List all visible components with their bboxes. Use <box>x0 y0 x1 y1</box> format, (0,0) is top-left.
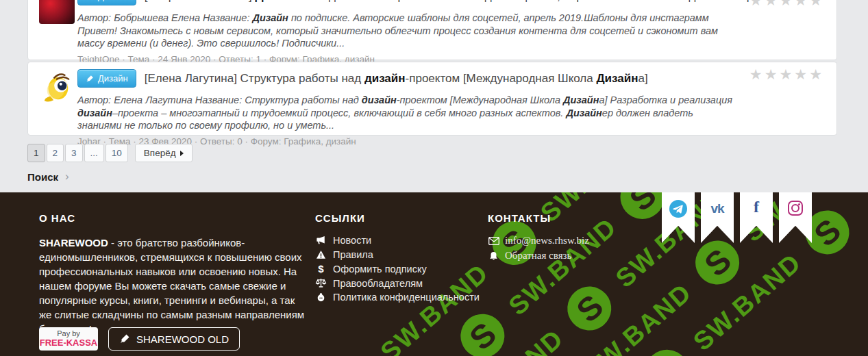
footer-link-label: Новости <box>333 235 371 246</box>
arrow-right-icon <box>180 151 184 156</box>
warning-icon <box>315 250 327 259</box>
brand-name: SHAREWOOD <box>39 237 108 249</box>
footer-about-section: О НАС SHAREWOOD - это братство разбойник… <box>39 212 308 336</box>
freekassa-payment-button[interactable]: Pay by FREE-KASSA <box>39 327 98 351</box>
thread-snippet: Автор: Бобрышева Елена Название: Дизайн … <box>77 12 736 50</box>
thread-card: Дизайн [Елена Лагутина] Структура работы… <box>27 62 837 136</box>
page-button-3[interactable]: 3 <box>65 144 83 162</box>
brush-icon <box>119 333 130 344</box>
footer-link-label: Правила <box>333 249 373 260</box>
freekassa-payby-label: Pay by <box>39 329 98 338</box>
watermark-logo: S <box>686 231 748 293</box>
thread-title[interactable]: [Бобрышева Елена] Дизайн по подписке: Ав… <box>145 0 776 3</box>
megaphone-icon <box>315 236 327 245</box>
telegram-icon <box>669 200 687 218</box>
instagram-link[interactable] <box>779 192 812 243</box>
rating-stars: ★★★★★ <box>749 0 824 9</box>
footer-links-section: ССЫЛКИ Новости Правила $ Оформить подп <box>315 212 480 306</box>
prefix-badge[interactable]: Дизайн <box>77 0 136 5</box>
watermark-text: SW.BAND <box>688 247 807 356</box>
watermark-logo: S <box>558 277 620 339</box>
contact-label: info@news.rhsw.biz <box>505 235 589 246</box>
watermark-logo: S <box>636 340 698 356</box>
thread-card: Дизайн [Бобрышева Елена] Дизайн по подпи… <box>27 0 837 60</box>
contact-email[interactable]: info@news.rhsw.biz <box>488 235 666 246</box>
footer-link-news[interactable]: Новости <box>315 235 480 246</box>
chevron-right-icon: › <box>65 170 69 183</box>
search-results-page: Дизайн [Бобрышева Елена] Дизайн по подпи… <box>0 0 868 356</box>
footer-link-label: Политика конфиденциальности <box>333 292 480 303</box>
scales-icon <box>315 278 327 288</box>
pagination: 1 2 3 ... 10 Вперёд <box>27 144 193 162</box>
facebook-icon: f <box>754 198 759 243</box>
watermark-logo: S <box>451 305 513 356</box>
bee-avatar-icon <box>41 73 73 104</box>
footer-link-privacy[interactable]: Политика конфиденциальности <box>315 292 480 303</box>
next-page-button[interactable]: Вперёд <box>135 144 193 162</box>
sharewood-old-button[interactable]: SHAREWOOD OLD <box>108 327 240 351</box>
dollar-icon: $ <box>315 263 327 275</box>
breadcrumb: Поиск › <box>27 170 69 183</box>
brush-icon <box>86 75 94 83</box>
links-heading: ССЫЛКИ <box>315 212 480 224</box>
thread-title[interactable]: [Елена Лагутина] Структура работы над ди… <box>145 72 648 86</box>
footer-link-subscribe[interactable]: $ Оформить подписку <box>315 263 480 275</box>
watermark-text: SW.BAND <box>450 323 569 356</box>
footer-contacts-section: КОНТАКТЫ info@news.rhsw.biz Обратная свя… <box>488 212 666 265</box>
next-page-label: Вперёд <box>144 148 176 158</box>
breadcrumb-search-link[interactable]: Поиск <box>27 171 58 183</box>
bell-icon <box>488 251 499 261</box>
footer-link-rules[interactable]: Правила <box>315 249 480 260</box>
page-button-2[interactable]: 2 <box>47 144 64 162</box>
avatar[interactable] <box>39 71 75 106</box>
footer-link-label: Правообладателям <box>333 278 423 289</box>
page-button-10[interactable]: 10 <box>106 144 128 162</box>
contacts-heading: КОНТАКТЫ <box>488 212 666 224</box>
privacy-icon <box>315 292 327 302</box>
about-heading: О НАС <box>39 212 308 224</box>
thread-snippet: Автор: Елена Лагутина Название: Структур… <box>77 94 736 132</box>
footer-link-label: Оформить подписку <box>333 264 427 275</box>
facebook-link[interactable]: f <box>740 192 773 243</box>
sharewood-old-label: SHAREWOOD OLD <box>136 333 229 345</box>
vk-icon: vk <box>710 201 723 243</box>
rating-stars: ★★★★★ <box>749 66 824 83</box>
telegram-link[interactable] <box>662 192 695 243</box>
contact-label: Обратная связь <box>505 250 571 262</box>
contact-feedback[interactable]: Обратная связь <box>488 250 666 262</box>
badge-label: Дизайн <box>98 73 128 84</box>
badge-label: Дизайн <box>98 0 128 1</box>
envelope-icon <box>488 237 499 245</box>
about-text: SHAREWOOD - это братство разбойников-еди… <box>39 236 308 336</box>
footer-link-copyright[interactable]: Правообладателям <box>315 278 480 289</box>
freekassa-brand-label: FREE-KASSA <box>39 338 98 348</box>
page-button-1[interactable]: 1 <box>27 144 45 162</box>
prefix-badge[interactable]: Дизайн <box>77 69 136 88</box>
watermark-text: SW.BAND <box>578 277 697 356</box>
page-ellipsis: ... <box>84 144 104 162</box>
footer: SW.BANDSSW.BANDSSSW.BANDSSW.BANDSW.BANDS… <box>0 192 868 356</box>
brush-icon <box>86 0 94 1</box>
vk-link[interactable]: vk <box>701 192 734 243</box>
instagram-icon <box>787 200 804 216</box>
avatar[interactable] <box>39 0 75 24</box>
